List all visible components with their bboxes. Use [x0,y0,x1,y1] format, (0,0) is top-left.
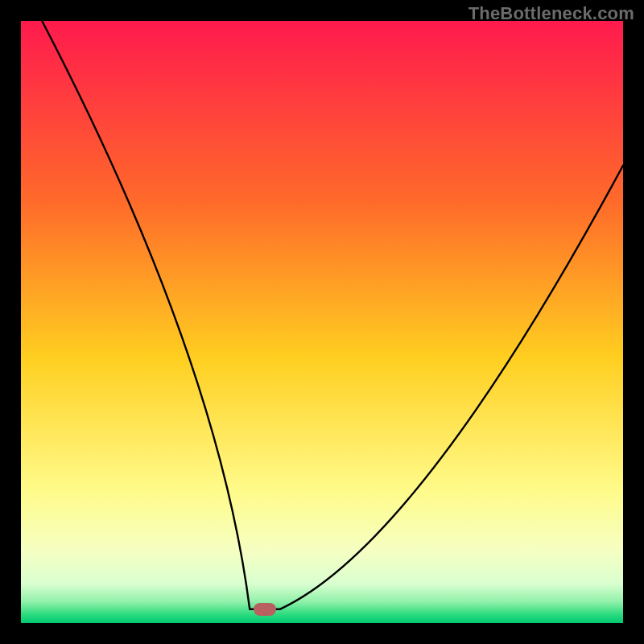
chart-svg [21,21,623,623]
optimal-point-marker [254,603,276,616]
watermark-text: TheBottleneck.com [469,3,634,24]
chart-plot-area [21,21,623,623]
chart-frame: TheBottleneck.com [0,0,644,644]
